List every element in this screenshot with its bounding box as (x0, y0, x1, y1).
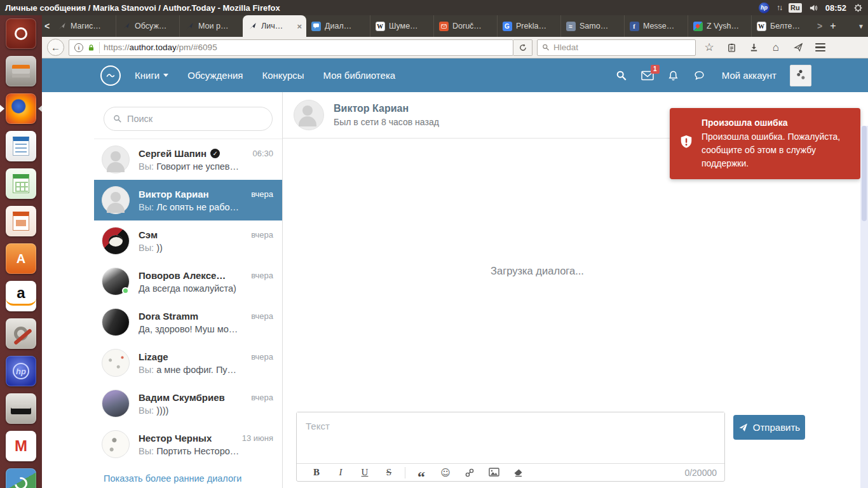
dialog-name: Виктор Кариан (139, 189, 209, 200)
dialog-item-2[interactable]: СэмвчераВы:)) (94, 220, 282, 261)
strikethrough-icon[interactable]: S (377, 467, 401, 478)
browser-tab-9[interactable]: fMesse… (624, 15, 688, 37)
clock[interactable]: 08:52 (825, 3, 846, 13)
send-button[interactable]: Отправить (733, 415, 805, 440)
tab-label: Обсуж… (135, 22, 166, 30)
keyboard-layout-indicator[interactable]: Ru (789, 3, 802, 13)
dialog-preview: Вы:а мне фофиг. Пу… (139, 365, 273, 375)
simple-scan-icon[interactable] (6, 393, 36, 424)
browser-tab-6[interactable]: Doruč… (433, 15, 497, 37)
peer-avatar[interactable] (294, 100, 324, 130)
hp-tray-icon[interactable]: hp (759, 3, 770, 13)
dialog-item-3[interactable]: Поворов Алексе…вчераДа всегда пожалуйста… (94, 261, 282, 302)
tab-close-icon[interactable]: × (297, 22, 302, 31)
dialog-time: вчера (251, 352, 273, 362)
message-composer: BIUS“☺ 0/20000 (296, 412, 725, 482)
nav-link-3[interactable]: Моя библиотека (323, 70, 396, 81)
browser-tab-1[interactable]: Обсуж… (116, 15, 179, 37)
scrollbar-thumb[interactable] (862, 126, 867, 221)
browser-tab-active[interactable]: Лич…× (243, 15, 306, 37)
libreoffice-impress-icon[interactable] (6, 206, 36, 236)
menu-icon[interactable] (811, 39, 829, 57)
peer-name[interactable]: Виктор Кариан (334, 103, 439, 114)
author-today-logo[interactable] (100, 65, 121, 86)
tab-bar: < Магис…Обсуж…Мои р…Лич…×Диал…WШуме…Doru… (42, 15, 868, 37)
browser-tab-10[interactable]: Z Vysh… (688, 15, 751, 37)
https-lock-icon[interactable] (87, 43, 95, 52)
download-icon[interactable] (745, 39, 763, 57)
library-icon[interactable] (722, 39, 740, 57)
back-button[interactable]: ← (47, 39, 64, 56)
author-today-page: КнигиОбсужденияКонкурсыМоя библиотека 1 … (42, 58, 868, 488)
libreoffice-calc-icon[interactable] (6, 168, 36, 199)
account-avatar[interactable] (790, 65, 811, 86)
browser-tab-8[interactable]: ≈Samo… (560, 15, 624, 37)
quote-icon[interactable]: “ (409, 466, 433, 480)
browser-tab-5[interactable]: WШуме… (370, 15, 433, 37)
dialog-name: Поворов Алексе… (139, 270, 226, 281)
page-scrollbar[interactable] (860, 126, 868, 488)
dialog-time: вчера (251, 189, 273, 199)
dialog-item-6[interactable]: Вадим СкумбриеввчераВы:)))) (94, 383, 282, 424)
message-input[interactable] (297, 412, 724, 461)
url-bar[interactable]: i https://author.today/pm/#6095 (69, 39, 513, 56)
site-search-icon[interactable] (615, 69, 628, 82)
nav-link-0[interactable]: Книги (135, 70, 168, 81)
libreoffice-writer-icon[interactable] (6, 131, 36, 161)
tab-scroll-left-icon[interactable]: < (42, 15, 52, 37)
dialog-avatar (102, 146, 130, 173)
home-icon[interactable]: ⌂ (767, 39, 785, 57)
nav-link-2[interactable]: Конкурсы (262, 70, 304, 81)
files-icon[interactable] (6, 56, 36, 86)
reload-icon[interactable] (513, 39, 532, 56)
browser-tab-0[interactable]: Магис… (52, 15, 116, 37)
nav-link-1[interactable]: Обсуждения (187, 70, 243, 81)
page-info-icon[interactable]: i (74, 43, 83, 52)
italic-icon[interactable]: I (329, 467, 353, 478)
network-arrows-icon[interactable]: ↑↓ (776, 3, 782, 12)
url-text[interactable]: https://author.today/pm/#6095 (104, 43, 217, 52)
dialog-search[interactable] (104, 107, 273, 131)
image-icon[interactable] (482, 468, 506, 477)
messages-envelope-icon[interactable]: 1 (641, 69, 654, 82)
search-bar[interactable] (537, 39, 696, 56)
gmail-icon[interactable]: M (6, 431, 36, 461)
format-toolbar: BIUS“☺ 0/20000 (297, 463, 724, 481)
browser-tab-11[interactable]: WБелте… (751, 15, 815, 37)
session-gear-icon[interactable] (853, 3, 863, 13)
dialog-search-input[interactable] (127, 114, 263, 124)
browser-tab-2[interactable]: Мои р… (179, 15, 243, 37)
ubuntu-dash-icon[interactable] (6, 18, 36, 49)
tab-label: Samo… (580, 22, 608, 30)
dialog-item-4[interactable]: Dora StrammвчераДа, здорово! Муш мо… (94, 302, 282, 342)
browser-tab-4[interactable]: Диал… (306, 15, 370, 37)
volume-icon[interactable] (809, 3, 818, 13)
link-icon[interactable] (458, 468, 482, 478)
software-updater-icon[interactable] (6, 468, 36, 488)
ubuntu-software-icon[interactable]: A (6, 243, 36, 274)
dialog-item-0[interactable]: Сергей Шапин✓06:30Вы:Говорит не успев… (94, 139, 282, 180)
dialog-item-5[interactable]: LizageвчераВы:а мне фофиг. Пу… (94, 342, 282, 383)
dialog-item-1[interactable]: Виктор КарианвчераВы:Лс опять не рабо… (94, 180, 282, 220)
system-settings-icon[interactable] (6, 318, 36, 349)
send-tab-icon[interactable] (789, 39, 807, 57)
tab-scroll-right-icon[interactable]: > (815, 15, 825, 37)
search-input[interactable] (553, 43, 691, 52)
smiley-icon[interactable]: ☺ (433, 467, 458, 478)
bold-icon[interactable]: B (304, 467, 329, 478)
firefox-icon[interactable] (6, 93, 36, 124)
bookmark-star-icon[interactable]: ☆ (700, 39, 718, 57)
author-today-favicon (121, 21, 131, 31)
dialog-item-7[interactable]: Нестор Черных13 июняВы:Портить Несторо… (94, 424, 282, 464)
amazon-icon[interactable]: a (6, 281, 36, 311)
comments-bubble-icon[interactable] (693, 69, 706, 82)
new-tab-button[interactable]: + (825, 20, 841, 32)
notifications-bell-icon[interactable] (667, 69, 680, 82)
browser-tab-7[interactable]: GPrekla… (497, 15, 560, 37)
hp-device-manager-icon[interactable]: hp (6, 356, 36, 386)
underline-icon[interactable]: U (353, 467, 377, 478)
eraser-icon[interactable] (506, 468, 530, 477)
account-label[interactable]: Мой аккаунт (722, 70, 776, 81)
show-earlier-dialogs-link[interactable]: Показать более ранние диалоги (104, 473, 241, 484)
all-tabs-icon[interactable]: ▼ (854, 23, 868, 30)
